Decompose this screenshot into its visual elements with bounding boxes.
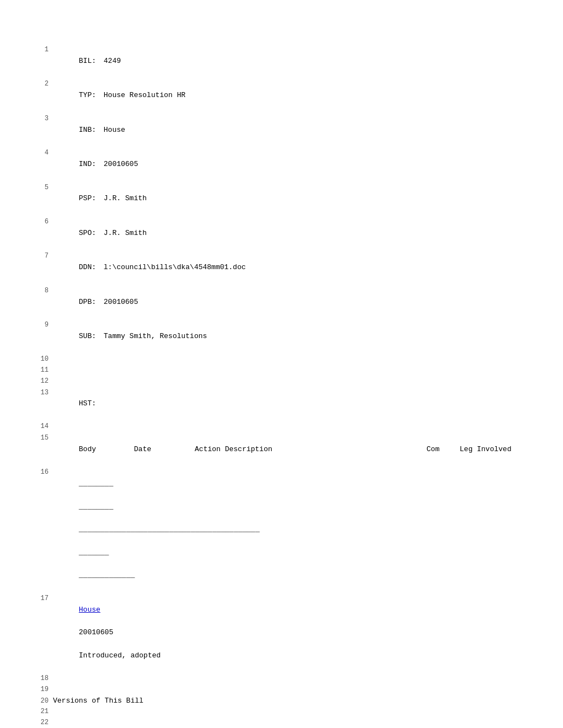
line-num-22: 22 xyxy=(33,718,49,728)
line-18: 18 xyxy=(33,673,530,684)
line-num-3: 3 xyxy=(33,114,49,124)
col-header-body: Body xyxy=(79,444,123,456)
line-num-5: 5 xyxy=(33,183,49,193)
line-content-1: BIL:4249 xyxy=(53,44,530,78)
line-num-17: 17 xyxy=(33,593,49,604)
line-num-15: 15 xyxy=(33,433,49,443)
line-num-10: 10 xyxy=(33,354,49,365)
line-content-8: DPB:20010605 xyxy=(53,285,530,319)
line-num-16: 16 xyxy=(33,467,49,478)
sep-com: _______ xyxy=(79,548,109,556)
value-ind: 20010605 xyxy=(104,160,138,168)
line-14: 14 xyxy=(33,421,530,432)
line-content-5: PSP:J.R. Smith xyxy=(53,182,530,216)
line-num-4: 4 xyxy=(33,148,49,158)
line-21: 21 xyxy=(33,706,530,718)
line-num-18: 18 xyxy=(33,673,49,684)
line-7: 7 DDN:l:\council\bills\dka\4548mm01.doc xyxy=(33,250,530,285)
line-19: 19 xyxy=(33,684,530,695)
value-spo: J.R. Smith xyxy=(104,229,147,237)
line-num-12: 12 xyxy=(33,376,49,387)
sep-action: ________________________________________… xyxy=(79,525,260,533)
line-3: 3 INB:House xyxy=(33,113,530,147)
line-content-4: IND:20010605 xyxy=(53,147,530,181)
table-row-17: House 20010605 Introduced, adopted xyxy=(53,593,530,673)
document-container: 1 BIL:4249 2 TYP:House Resolution HR 3 I… xyxy=(0,0,563,728)
line-9: 9 SUB:Tammy Smith, Resolutions xyxy=(33,319,530,354)
line-num-9: 9 xyxy=(33,320,49,330)
line-11: 11 xyxy=(33,365,530,376)
sep-leg: _____________ xyxy=(79,571,135,579)
value-dpb: 20010605 xyxy=(104,298,138,306)
versions-label: Versions of This Bill xyxy=(53,695,530,707)
sep-body: ________ xyxy=(79,479,113,488)
line-17: 17 House 20010605 Introduced, adopted xyxy=(33,593,530,673)
line-8: 8 DPB:20010605 xyxy=(33,285,530,319)
value-typ: House Resolution HR xyxy=(104,91,185,99)
col-header-date: Date xyxy=(134,444,189,456)
line-2: 2 TYP:House Resolution HR xyxy=(33,78,530,113)
line-4: 4 IND:20010605 xyxy=(33,147,530,181)
label-inb: INB: xyxy=(79,125,104,136)
row-action: Introduced, adopted xyxy=(79,651,161,660)
line-15: 15 BodyDateAction DescriptionComLeg Invo… xyxy=(33,432,530,467)
label-bil: BIL: xyxy=(79,56,104,67)
line-content-2: TYP:House Resolution HR xyxy=(53,78,530,113)
line-num-7: 7 xyxy=(33,251,49,261)
sep-date: ________ xyxy=(79,502,113,511)
col-header-leg: Leg Involved xyxy=(460,444,526,456)
line-num-11: 11 xyxy=(33,365,49,376)
table-header: BodyDateAction DescriptionComLeg Involve… xyxy=(53,432,530,467)
line-num-14: 14 xyxy=(33,421,49,432)
line-20: 20 Versions of This Bill xyxy=(33,695,530,707)
label-ind: IND: xyxy=(79,159,104,170)
line-num-1: 1 xyxy=(33,45,49,55)
line-10: 10 xyxy=(33,354,530,365)
line-6: 6 SPO:J.R. Smith xyxy=(33,216,530,250)
line-5: 5 PSP:J.R. Smith xyxy=(33,182,530,216)
line-content-7: DDN:l:\council\bills\dka\4548mm01.doc xyxy=(53,250,530,285)
line-content-9: SUB:Tammy Smith, Resolutions xyxy=(53,319,530,354)
line-content-3: INB:House xyxy=(53,113,530,147)
label-dpb: DPB: xyxy=(79,297,104,308)
separator-line: ________ ________ ______________________… xyxy=(53,467,530,593)
label-spo: SPO: xyxy=(79,228,104,239)
line-num-8: 8 xyxy=(33,286,49,296)
line-num-2: 2 xyxy=(33,79,49,89)
value-ddn: l:\council\bills\dka\4548mm01.doc xyxy=(104,263,246,271)
row-date: 20010605 xyxy=(79,627,134,639)
col-header-com: Com xyxy=(427,444,460,456)
line-num-20: 20 xyxy=(33,696,49,706)
line-num-21: 21 xyxy=(33,706,49,717)
line-num-13: 13 xyxy=(33,388,49,398)
line-13: 13 HST: xyxy=(33,387,530,421)
line-content-13: HST: xyxy=(53,387,530,421)
label-hst: HST: xyxy=(79,398,104,410)
value-sub: Tammy Smith, Resolutions xyxy=(104,332,207,340)
label-ddn: DDN: xyxy=(79,262,104,274)
value-bil: 4249 xyxy=(104,57,121,65)
col-header-action: Action Description xyxy=(195,444,427,456)
value-inb: House xyxy=(104,126,125,134)
line-content-6: SPO:J.R. Smith xyxy=(53,216,530,250)
line-num-19: 19 xyxy=(33,684,49,695)
label-typ: TYP: xyxy=(79,90,104,101)
line-12: 12 xyxy=(33,376,530,387)
label-sub: SUB: xyxy=(79,331,104,342)
label-psp: PSP: xyxy=(79,193,104,205)
line-22: 22 xyxy=(33,718,530,728)
line-num-6: 6 xyxy=(33,217,49,227)
value-psp: J.R. Smith xyxy=(104,194,147,202)
house-link[interactable]: House xyxy=(79,604,123,616)
line-16: 16 ________ ________ ___________________… xyxy=(33,467,530,593)
line-1: 1 BIL:4249 xyxy=(33,44,530,78)
